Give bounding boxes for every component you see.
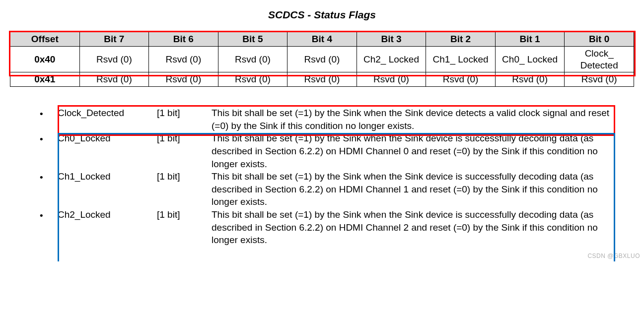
cell-bit7: Rsvd (0)	[79, 72, 149, 87]
col-bit7: Bit 7	[79, 32, 149, 47]
field-size: [1 bit]	[157, 132, 212, 145]
cell-bit6: Rsvd (0)	[149, 72, 218, 87]
cell-bit5: Rsvd (0)	[218, 46, 287, 72]
field-name: Ch2_Locked	[58, 208, 157, 221]
field-size: [1 bit]	[157, 170, 212, 183]
field-name: Ch0_Locked	[58, 132, 157, 145]
cell-bit3: Ch2_ Locked	[357, 46, 426, 72]
cell-bit4: Rsvd (0)	[287, 72, 357, 87]
table-row: 0x41 Rsvd (0) Rsvd (0) Rsvd (0) Rsvd (0)…	[10, 72, 634, 87]
col-bit5: Bit 5	[218, 32, 287, 47]
field-desc: This bit shall be set (=1) by the Sink w…	[212, 107, 613, 132]
table-row: 0x40 Rsvd (0) Rsvd (0) Rsvd (0) Rsvd (0)…	[10, 46, 634, 72]
cell-bit1: Ch0_ Locked	[495, 46, 565, 72]
col-offset: Offset	[10, 32, 80, 47]
col-bit3: Bit 3	[357, 32, 426, 47]
field-name: Clock_Detected	[58, 107, 157, 120]
field-desc: This bit shall be set (=1) by the Sink w…	[212, 170, 613, 208]
cell-bit5: Rsvd (0)	[218, 72, 287, 87]
cell-bit1: Rsvd (0)	[495, 72, 565, 87]
col-bit6: Bit 6	[149, 32, 218, 47]
cell-bit2: Rsvd (0)	[426, 72, 496, 87]
list-item: Ch0_Locked [1 bit] This bit shall be set…	[40, 132, 613, 170]
status-flags-table: Offset Bit 7 Bit 6 Bit 5 Bit 4 Bit 3 Bit…	[10, 32, 634, 87]
cell-offset: 0x40	[10, 46, 80, 72]
list-item: Ch1_Locked [1 bit] This bit shall be set…	[40, 170, 613, 208]
page-title: SCDCS - Status Flags	[10, 9, 634, 21]
cell-bit6: Rsvd (0)	[149, 46, 218, 72]
field-size: [1 bit]	[157, 107, 212, 120]
cell-bit3: Rsvd (0)	[357, 72, 426, 87]
field-desc: This bit shall be set (=1) by the Sink w…	[212, 132, 613, 170]
cell-bit0: Rsvd (0)	[565, 72, 634, 87]
bullet-icon	[40, 107, 58, 121]
list-item: Clock_Detected [1 bit] This bit shall be…	[40, 107, 613, 132]
list-item: Ch2_Locked [1 bit] This bit shall be set…	[40, 208, 613, 247]
cell-bit0: Clock_ Detected	[565, 46, 634, 72]
col-bit0: Bit 0	[565, 32, 634, 47]
col-bit4: Bit 4	[287, 32, 357, 47]
bullet-icon	[40, 132, 58, 146]
field-size: [1 bit]	[157, 208, 212, 221]
col-bit1: Bit 1	[495, 32, 565, 47]
bullet-icon	[40, 208, 58, 222]
cell-bit4: Rsvd (0)	[287, 46, 357, 72]
field-desc: This bit shall be set (=1) by the Sink w…	[212, 208, 613, 247]
col-bit2: Bit 2	[426, 32, 496, 47]
field-name: Ch1_Locked	[58, 170, 157, 183]
status-table-wrap: Offset Bit 7 Bit 6 Bit 5 Bit 4 Bit 3 Bit…	[10, 32, 634, 87]
cell-bit7: Rsvd (0)	[79, 46, 149, 72]
bullet-icon	[40, 170, 58, 184]
cell-bit2: Ch1_ Locked	[426, 46, 496, 72]
table-header-row: Offset Bit 7 Bit 6 Bit 5 Bit 4 Bit 3 Bit…	[10, 32, 634, 47]
watermark: CSDN @GBXLUO	[587, 252, 640, 259]
cell-offset: 0x41	[10, 72, 80, 87]
field-list: Clock_Detected [1 bit] This bit shall be…	[40, 107, 613, 247]
